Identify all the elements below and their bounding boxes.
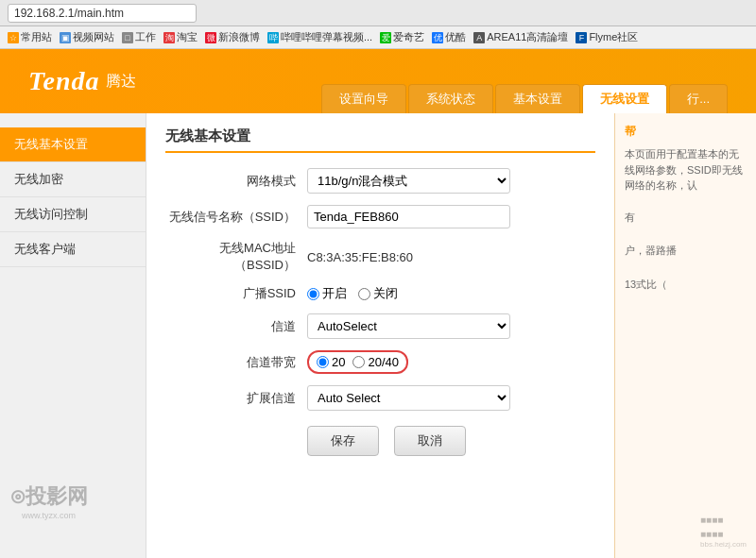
ssid-label: 无线信号名称（SSID） bbox=[165, 209, 307, 226]
bookmark-icon9: A bbox=[473, 32, 485, 43]
bandwidth-2040-label[interactable]: 20/40 bbox=[352, 355, 399, 369]
broadcast-on-text: 开启 bbox=[322, 285, 347, 302]
bookmark-icon7: 爱 bbox=[380, 32, 391, 43]
channel-label: 信道 bbox=[165, 318, 307, 335]
main-layout: 无线基本设置 无线加密 无线访问控制 无线客户端 无线基本设置 网络模式 11b… bbox=[0, 113, 756, 558]
bandwidth-2040-text: 20/40 bbox=[368, 355, 399, 369]
bookmark-work[interactable]: □ 工作 bbox=[122, 30, 156, 44]
bookmark-taobao[interactable]: 淘 淘宝 bbox=[163, 30, 198, 44]
form-row-network-mode: 网络模式 11b/g/n混合模式 11b模式 11g模式 11n模式 bbox=[165, 168, 595, 194]
bookmark-changyon[interactable]: ☆ 常用站 bbox=[8, 30, 52, 44]
bandwidth-20-text: 20 bbox=[332, 355, 345, 369]
broadcast-off-label[interactable]: 关闭 bbox=[358, 285, 398, 302]
right-panel-text3: 户，器路播 bbox=[625, 243, 747, 260]
watermark2: ■■■■■■■■ bbs.heizj.com bbox=[700, 512, 747, 549]
network-mode-select[interactable]: 11b/g/n混合模式 11b模式 11g模式 11n模式 bbox=[307, 168, 510, 194]
browser-bar: 192.168.2.1/main.htm bbox=[0, 0, 756, 26]
page-content: Tenda 腾达 设置向导 系统状态 基本设置 无线设置 行... 无线基本设置… bbox=[0, 49, 756, 558]
bookmarks-bar: ☆ 常用站 ▣ 视频网站 □ 工作 淘 淘宝 微 新浪微博 哔 哔哩哔哩弹幕视频… bbox=[0, 26, 756, 49]
tab-system-status[interactable]: 系统状态 bbox=[408, 84, 493, 113]
bandwidth-label: 信道带宽 bbox=[165, 354, 307, 371]
save-button[interactable]: 保存 bbox=[307, 426, 379, 456]
sidebar-item-clients[interactable]: 无线客户端 bbox=[0, 232, 146, 267]
bookmark-icon8: 优 bbox=[432, 32, 443, 43]
bookmark-iqiyi[interactable]: 爱 爱奇艺 bbox=[380, 30, 424, 44]
broadcast-off-radio[interactable] bbox=[358, 288, 370, 300]
bandwidth-highlight: 20 20/40 bbox=[307, 350, 408, 374]
bookmark-flyme[interactable]: F Flyme社区 bbox=[576, 30, 638, 44]
content-area: 无线基本设置 网络模式 11b/g/n混合模式 11b模式 11g模式 11n模… bbox=[146, 113, 614, 558]
bookmark-icon5: 微 bbox=[205, 32, 216, 43]
tab-wireless-settings[interactable]: 无线设置 bbox=[582, 84, 667, 113]
form-row-channel: 信道 AutoSelect 1 2 3 4 5 6 13 bbox=[165, 313, 595, 339]
btn-row: 保存 取消 bbox=[165, 426, 595, 456]
mac-control: C8:3A:35:FE:B8:60 bbox=[307, 250, 413, 264]
header: Tenda 腾达 设置向导 系统状态 基本设置 无线设置 行... bbox=[0, 49, 756, 113]
right-panel-text2: 有 bbox=[625, 210, 747, 227]
channel-select[interactable]: AutoSelect 1 2 3 4 5 6 13 bbox=[307, 313, 510, 339]
ext-channel-control: Auto Select 1 5 9 bbox=[307, 385, 510, 411]
sidebar-item-access-control[interactable]: 无线访问控制 bbox=[0, 197, 146, 232]
bandwidth-20-radio[interactable] bbox=[317, 356, 329, 368]
bookmark-icon3: □ bbox=[122, 32, 133, 43]
broadcast-on-radio[interactable] bbox=[307, 288, 319, 300]
tab-advanced[interactable]: 行... bbox=[669, 84, 728, 113]
ext-channel-label: 扩展信道 bbox=[165, 390, 307, 407]
ssid-control bbox=[307, 205, 510, 228]
sidebar-item-basic[interactable]: 无线基本设置 bbox=[0, 127, 146, 162]
bookmark-icon10: F bbox=[576, 32, 587, 43]
logo-cn: 腾达 bbox=[106, 72, 136, 92]
channel-control: AutoSelect 1 2 3 4 5 6 13 bbox=[307, 313, 510, 339]
bookmark-bilibili[interactable]: 哔 哔哩哔哩弹幕视频... bbox=[267, 30, 372, 44]
bookmark-icon6: 哔 bbox=[267, 32, 279, 43]
bookmark-youku[interactable]: 优 优酷 bbox=[432, 30, 466, 44]
broadcast-label: 广播SSID bbox=[165, 285, 307, 302]
cancel-button[interactable]: 取消 bbox=[394, 426, 466, 456]
watermark: ⊙投影网 www.tyzx.com bbox=[9, 482, 88, 520]
bookmark-icon2: ▣ bbox=[60, 32, 71, 43]
bookmark-weibo[interactable]: 微 新浪微博 bbox=[205, 30, 260, 44]
form-row-bandwidth: 信道带宽 20 20/40 bbox=[165, 350, 595, 374]
bandwidth-20-label[interactable]: 20 bbox=[317, 355, 345, 369]
tab-basic-settings[interactable]: 基本设置 bbox=[495, 84, 580, 113]
form-row-mac: 无线MAC地址（BSSID） C8:3A:35:FE:B8:60 bbox=[165, 240, 595, 274]
sidebar-item-encrypt[interactable]: 无线加密 bbox=[0, 162, 146, 197]
right-panel: 帮 本页面用于配置基本的无线网络参数，SSID即无线网络的名称，认 有 户，器路… bbox=[614, 113, 756, 558]
right-panel-text4: 13式比（ bbox=[625, 277, 747, 294]
broadcast-off-text: 关闭 bbox=[373, 285, 398, 302]
nav-tabs: 设置向导 系统状态 基本设置 无线设置 行... bbox=[319, 49, 728, 113]
right-panel-text1: 本页面用于配置基本的无线网络参数，SSID即无线网络的名称，认 bbox=[625, 146, 747, 194]
form-row-broadcast: 广播SSID 开启 关闭 bbox=[165, 285, 595, 302]
network-mode-label: 网络模式 bbox=[165, 173, 307, 190]
bookmark-area11[interactable]: A AREA11高清論壇 bbox=[473, 30, 568, 44]
bookmark-video[interactable]: ▣ 视频网站 bbox=[60, 30, 114, 44]
network-mode-control: 11b/g/n混合模式 11b模式 11g模式 11n模式 bbox=[307, 168, 510, 194]
bookmark-icon: ☆ bbox=[8, 32, 19, 43]
broadcast-on-label[interactable]: 开启 bbox=[307, 285, 347, 302]
bandwidth-2040-radio[interactable] bbox=[352, 356, 365, 368]
bookmark-icon4: 淘 bbox=[163, 32, 175, 43]
mac-label: 无线MAC地址（BSSID） bbox=[165, 240, 307, 274]
browser-url: 192.168.2.1/main.htm bbox=[8, 4, 197, 23]
logo: Tenda bbox=[28, 66, 100, 96]
mac-value: C8:3A:35:FE:B8:60 bbox=[307, 250, 413, 264]
form-row-ext-channel: 扩展信道 Auto Select 1 5 9 bbox=[165, 385, 595, 411]
ext-channel-select[interactable]: Auto Select 1 5 9 bbox=[307, 385, 510, 411]
right-panel-title: 帮 bbox=[625, 123, 747, 141]
form-row-ssid: 无线信号名称（SSID） bbox=[165, 205, 595, 228]
tab-setup-guide[interactable]: 设置向导 bbox=[321, 84, 406, 113]
bandwidth-control: 20 20/40 bbox=[307, 350, 408, 374]
ssid-input[interactable] bbox=[307, 205, 510, 228]
page-title: 无线基本设置 bbox=[165, 127, 595, 153]
broadcast-control: 开启 关闭 bbox=[307, 285, 398, 302]
